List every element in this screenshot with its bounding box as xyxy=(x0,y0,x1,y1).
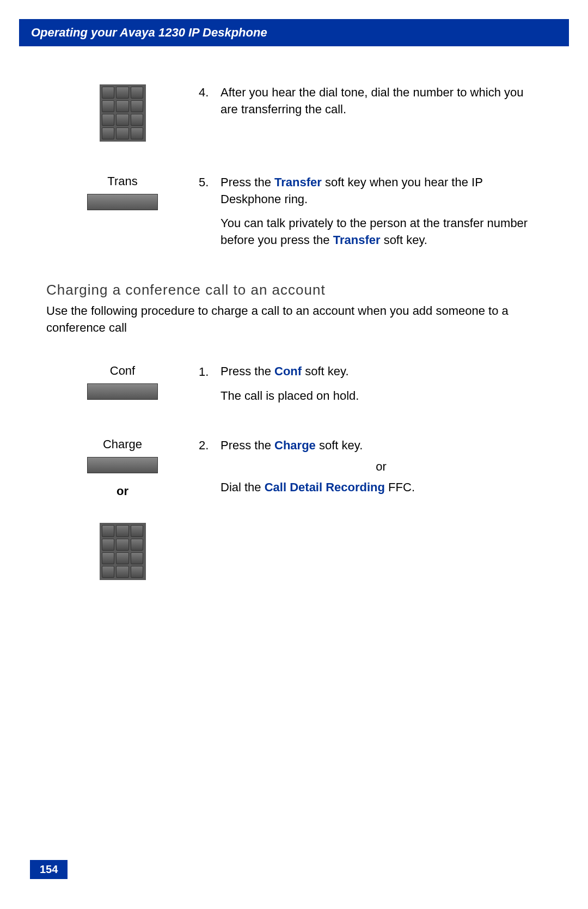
section-intro: Use the following procedure to charge a … xyxy=(46,303,542,337)
step2-text: 2. Press the Charge soft key. or Dial th… xyxy=(199,437,542,496)
keypad-key xyxy=(131,552,144,564)
step-row-5: Trans 5. Press the Transfer soft key whe… xyxy=(46,174,542,249)
step5-transfer-1: Transfer xyxy=(274,175,322,189)
keypad-key xyxy=(131,87,144,99)
icon-col-keypad-1 xyxy=(46,84,199,142)
step2-para-c: FFC. xyxy=(385,480,415,494)
keypad-key xyxy=(131,127,144,139)
step4-number: 4. xyxy=(199,84,214,101)
step5-para-c: soft key. xyxy=(381,233,427,247)
step1-text-c: soft key. xyxy=(302,364,348,378)
step1-number: 1. xyxy=(199,364,214,381)
step2-text-a: Press the xyxy=(220,438,274,452)
step2-charge: Charge xyxy=(274,438,316,452)
step-row-4: 4. After you hear the dial tone, dial th… xyxy=(46,84,542,142)
step5-text-a: Press the xyxy=(220,175,274,189)
keypad-key xyxy=(116,100,129,112)
softkey-button-icon xyxy=(87,194,158,210)
keypad-key xyxy=(116,566,129,578)
content-area: 4. After you hear the dial tone, dial th… xyxy=(30,46,558,580)
step1-text: 1. Press the Conf soft key. The call is … xyxy=(199,364,542,405)
header-bar: Operating your Avaya 1230 IP Deskphone xyxy=(19,19,569,46)
keypad-key xyxy=(131,539,144,551)
or-label: or xyxy=(117,484,128,498)
step1-para: The call is placed on hold. xyxy=(199,388,542,405)
keypad-key xyxy=(116,552,129,564)
keypad-key xyxy=(131,525,144,537)
header-title: Operating your Avaya 1230 IP Deskphone xyxy=(31,26,267,39)
keypad-key xyxy=(131,100,144,112)
conf-label: Conf xyxy=(110,364,135,378)
section-heading: Charging a conference call to an account xyxy=(46,282,542,298)
step1-text-a: Press the xyxy=(220,364,274,378)
step5-transfer-2: Transfer xyxy=(333,233,381,247)
step1-conf: Conf xyxy=(274,364,302,378)
step5-text: 5. Press the Transfer soft key when you … xyxy=(199,174,542,249)
keypad-key xyxy=(102,552,115,564)
keypad-icon xyxy=(100,523,146,580)
step2-para-a: Dial the xyxy=(220,480,265,494)
page-number: 154 xyxy=(30,860,68,879)
icon-col-trans: Trans xyxy=(46,174,199,210)
keypad-key xyxy=(102,114,115,126)
step-row-1: Conf 1. Press the Conf soft key. The cal… xyxy=(46,364,542,405)
keypad-key xyxy=(116,114,129,126)
keypad-key xyxy=(102,539,115,551)
step2-number: 2. xyxy=(199,437,214,454)
step4-text: 4. After you hear the dial tone, dial th… xyxy=(199,84,542,118)
step4-body: After you hear the dial tone, dial the n… xyxy=(199,84,542,118)
step2-text-c: soft key. xyxy=(316,438,363,452)
step-row-2: Charge or 2 xyxy=(46,437,542,580)
keypad-key xyxy=(116,127,129,139)
keypad-key xyxy=(102,100,115,112)
step5-body: Press the Transfer soft key when you hea… xyxy=(199,174,542,208)
step5-number: 5. xyxy=(199,174,214,191)
keypad-key xyxy=(102,525,115,537)
step5-para: You can talk privately to the person at … xyxy=(199,215,542,249)
keypad-key xyxy=(116,539,129,551)
icon-col-charge: Charge or xyxy=(46,437,199,580)
softkey-button-icon xyxy=(87,383,158,400)
step2-or: or xyxy=(199,459,542,475)
keypad-key xyxy=(102,127,115,139)
icon-col-conf: Conf xyxy=(46,364,199,400)
trans-label: Trans xyxy=(107,174,137,188)
keypad-key xyxy=(116,87,129,99)
keypad-key xyxy=(102,87,115,99)
charge-label: Charge xyxy=(103,437,142,452)
keypad-key xyxy=(116,525,129,537)
keypad-icon xyxy=(100,84,146,142)
keypad-key xyxy=(102,566,115,578)
step2-cdr: Call Detail Recording xyxy=(265,480,385,494)
softkey-button-icon xyxy=(87,457,158,473)
step1-body: Press the Conf soft key. xyxy=(199,363,542,380)
keypad-key xyxy=(131,114,144,126)
keypad-key xyxy=(131,566,144,578)
step2-para: Dial the Call Detail Recording FFC. xyxy=(199,479,542,496)
step2-body: Press the Charge soft key. xyxy=(199,437,542,454)
